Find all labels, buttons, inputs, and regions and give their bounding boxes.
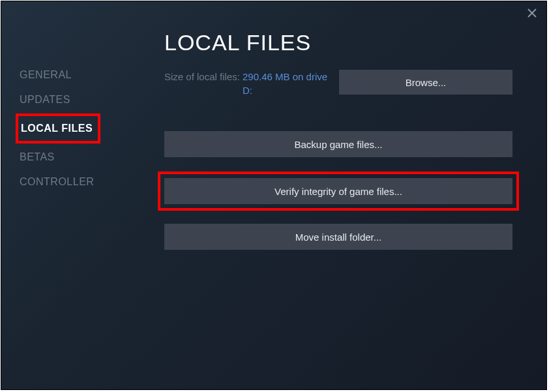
close-button[interactable]	[527, 8, 537, 21]
highlight-local-files: LOCAL FILES	[16, 113, 100, 143]
sidebar-item-controller[interactable]: CONTROLLER	[20, 171, 94, 193]
content-area: GENERAL UPDATES LOCAL FILES BETAS CONTRO…	[1, 1, 546, 389]
highlight-verify-integrity: Verify integrity of game files...	[158, 172, 519, 211]
close-icon	[527, 8, 537, 18]
page-title: LOCAL FILES	[164, 30, 512, 55]
sidebar-item-updates[interactable]: UPDATES	[20, 89, 70, 111]
size-label: Size of local files:	[164, 70, 243, 83]
verify-integrity-button[interactable]: Verify integrity of game files...	[164, 178, 512, 204]
properties-window: GENERAL UPDATES LOCAL FILES BETAS CONTRO…	[1, 1, 547, 390]
sidebar: GENERAL UPDATES LOCAL FILES BETAS CONTRO…	[1, 1, 132, 389]
sidebar-item-general[interactable]: GENERAL	[20, 64, 72, 86]
main-panel: LOCAL FILES Size of local files: 290.46 …	[132, 1, 546, 389]
move-install-folder-button[interactable]: Move install folder...	[164, 224, 512, 250]
size-row: Size of local files: 290.46 MB on drive …	[164, 70, 512, 97]
size-value-link[interactable]: 290.46 MB on drive D:	[243, 70, 334, 97]
sidebar-item-local-files[interactable]: LOCAL FILES	[21, 117, 93, 140]
backup-game-files-button[interactable]: Backup game files...	[164, 131, 512, 157]
sidebar-item-betas[interactable]: BETAS	[20, 146, 55, 168]
browse-button[interactable]: Browse...	[339, 70, 512, 95]
